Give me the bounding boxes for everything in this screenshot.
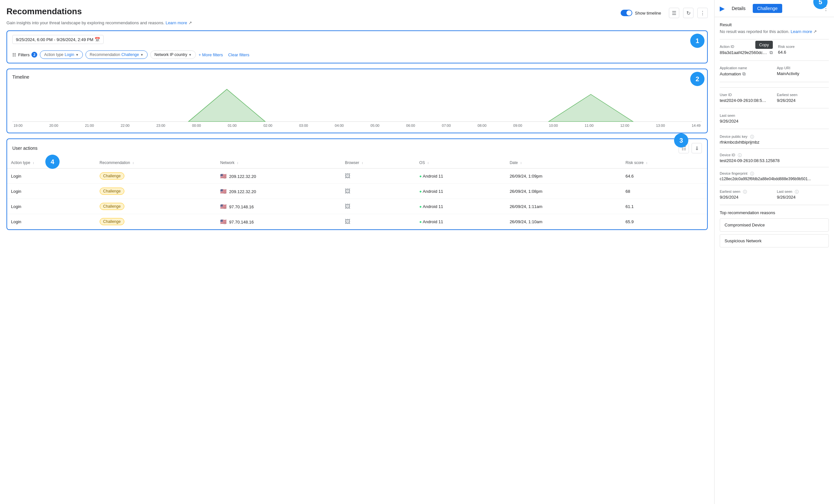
risk-score-item: Risk score 64.6 <box>778 45 829 55</box>
list-view-button[interactable]: ☰ <box>669 8 679 18</box>
svg-marker-2 <box>549 94 633 122</box>
timeline-title: Timeline <box>12 74 702 79</box>
device-id-value: test2024-09-2610:08:53.125878 <box>720 158 829 163</box>
cell-network: 🇺🇸 209.122.32.20 <box>216 168 341 184</box>
user-actions-title: User actions <box>12 145 38 151</box>
filters-label: ☷ Filters 2 <box>12 52 37 58</box>
cell-os: ● Android 11 <box>415 168 506 184</box>
cell-date: 26/09/24, 1:11am <box>506 199 622 214</box>
user-id-value: test2024-09-2610:08:53.1258... <box>720 98 768 103</box>
table-row[interactable]: Login Challenge 🇺🇸 97.70.148.16 🖼 ● Andr… <box>7 199 707 214</box>
timeline-chart <box>12 84 702 122</box>
date-start: 9/25/2024, 6:00 PM <box>16 37 52 42</box>
cell-os: ● Android 11 <box>415 214 506 229</box>
cell-browser: 🖼 <box>341 214 415 229</box>
col-network[interactable]: Network ↕ <box>216 157 341 168</box>
device-id-label: Device ID <box>720 153 735 157</box>
panel-expand-icon[interactable]: ▶ <box>720 4 725 12</box>
copy-tooltip: Copy <box>755 41 773 49</box>
recommendation-reasons-section: Top recommendation reasons Compromised D… <box>720 210 829 248</box>
calendar-icon[interactable]: 📅 <box>94 37 100 42</box>
result-label: Result <box>720 22 829 27</box>
right-panel: ▶ Details Challenge ⋮ 5 Result No result… <box>714 0 834 504</box>
col-os[interactable]: OS ↕ <box>415 157 506 168</box>
cell-recommendation: Challenge <box>96 199 217 214</box>
user-id-label: User ID <box>720 93 772 97</box>
clear-filters-button[interactable]: Clear filters <box>228 52 249 57</box>
cell-browser: 🖼 <box>341 199 415 214</box>
date-range-picker[interactable]: 9/25/2024, 6:00 PM - 9/26/2024, 2:49 PM … <box>12 35 104 44</box>
show-timeline-toggle[interactable]: Show timeline <box>621 10 661 16</box>
table-row[interactable]: Login Challenge 🇺🇸 97.70.148.16 🖼 ● Andr… <box>7 214 707 229</box>
tab-challenge[interactable]: Challenge <box>753 4 782 13</box>
cell-risk: 64.6 <box>622 168 707 184</box>
copy-icon[interactable]: ⧉ <box>770 50 773 55</box>
cell-network: 🇺🇸 97.70.148.16 <box>216 214 341 229</box>
earliest-seen-top-label: Earliest seen <box>777 93 829 97</box>
col-browser[interactable]: Browser ↕ <box>341 157 415 168</box>
more-options-button[interactable]: ⋮ <box>697 8 708 18</box>
page-subtitle: Gain insights into your threat landscape… <box>6 20 708 25</box>
cell-recommendation: Challenge <box>96 168 217 184</box>
result-learn-more[interactable]: Learn more <box>791 29 812 34</box>
svg-marker-1 <box>189 89 265 122</box>
app-name-item: Application name Automation ⧉ <box>720 66 772 77</box>
panel-body: Result No result was reported for this a… <box>715 17 834 255</box>
col-date[interactable]: Date ↕ <box>506 157 622 168</box>
earliest-seen-info-icon[interactable]: ⓘ <box>743 189 747 195</box>
table-row[interactable]: Login Challenge 🇺🇸 209.122.32.20 🖼 ● And… <box>7 168 707 184</box>
cell-os: ● Android 11 <box>415 184 506 199</box>
cell-date: 26/09/24, 1:09pm <box>506 168 622 184</box>
last-seen-bottom-label: Last seen <box>777 189 793 193</box>
app-uri-label: App URI <box>777 66 829 70</box>
user-id-item: User ID test2024-09-2610:08:53.1258... <box>720 93 772 103</box>
cell-os: ● Android 11 <box>415 199 506 214</box>
reason-suspicious-network: Suspicious Network <box>720 234 829 248</box>
show-timeline-label: Show timeline <box>635 11 661 16</box>
app-name-label: Application name <box>720 66 772 70</box>
cell-date: 26/09/24, 1:08pm <box>506 184 622 199</box>
reason-compromised-device: Compromised Device <box>720 219 829 232</box>
result-section: Result No result was reported for this a… <box>720 22 829 40</box>
cell-date: 26/09/24, 1:10am <box>506 214 622 229</box>
time-labels: 19:00 20:00 21:00 22:00 23:00 00:00 01:0… <box>12 123 702 128</box>
device-public-key-info-icon[interactable]: ⓘ <box>750 134 754 140</box>
app-copy-icon[interactable]: ⧉ <box>742 71 746 77</box>
filter-count: 2 <box>31 52 37 58</box>
col-recommendation[interactable]: Recommendation ↕ <box>96 157 217 168</box>
device-fingerprint-info-icon[interactable]: ⓘ <box>750 171 754 177</box>
action-type-filter[interactable]: Action type Login ▼ <box>40 50 83 59</box>
cell-recommendation: Challenge <box>96 214 217 229</box>
device-id-info-icon[interactable]: ⓘ <box>738 153 742 158</box>
cell-browser: 🖼 <box>341 168 415 184</box>
last-seen-top-label: Last seen <box>720 114 829 117</box>
last-seen-top-value: 9/26/2024 <box>720 119 829 123</box>
cell-risk: 68 <box>622 184 707 199</box>
date-end: 9/26/2024, 2:49 PM <box>57 37 93 42</box>
cell-action-type: Login <box>7 199 96 214</box>
download-button[interactable]: ⇓ <box>692 143 702 153</box>
learn-more-link[interactable]: Learn more <box>166 20 187 25</box>
cell-browser: 🖼 <box>341 184 415 199</box>
earliest-seen-bottom-label: Earliest seen <box>720 189 741 193</box>
recommendation-filter[interactable]: Recommendation Challenge ▼ <box>86 50 148 59</box>
device-fingerprint-label: Device fingerprint <box>720 171 748 175</box>
more-filters-button[interactable]: + More filters <box>198 52 223 57</box>
tab-details[interactable]: Details <box>727 4 750 13</box>
col-risk-score[interactable]: Risk score ↕ <box>622 157 707 168</box>
refresh-button[interactable]: ↻ <box>683 8 694 18</box>
user-actions-section: User actions ☷ ⇓ Action type ↕ Recommend… <box>6 138 708 230</box>
cell-action-type: Login <box>7 184 96 199</box>
badge-1: 1 <box>690 33 704 48</box>
network-ip-filter[interactable]: Network IP country ▼ <box>150 50 196 59</box>
table-row[interactable]: Login Challenge 🇺🇸 209.122.32.20 🖼 ● And… <box>7 184 707 199</box>
app-uri-value: MainActivity <box>777 71 829 76</box>
badge-2: 2 <box>690 72 704 86</box>
risk-score-label: Risk score <box>778 45 829 48</box>
page-title: Recommendations <box>6 6 82 17</box>
earliest-seen-top-value: 9/26/2024 <box>777 98 829 103</box>
last-seen-info-icon[interactable]: ⓘ <box>795 189 799 195</box>
action-id-item: Action ID 89a3d1aaf429e2560dce6b117... ⧉… <box>720 45 773 55</box>
timeline-toggle-switch[interactable] <box>621 10 632 16</box>
user-actions-table: Action type ↕ Recommendation ↕ Network ↕… <box>7 157 707 229</box>
